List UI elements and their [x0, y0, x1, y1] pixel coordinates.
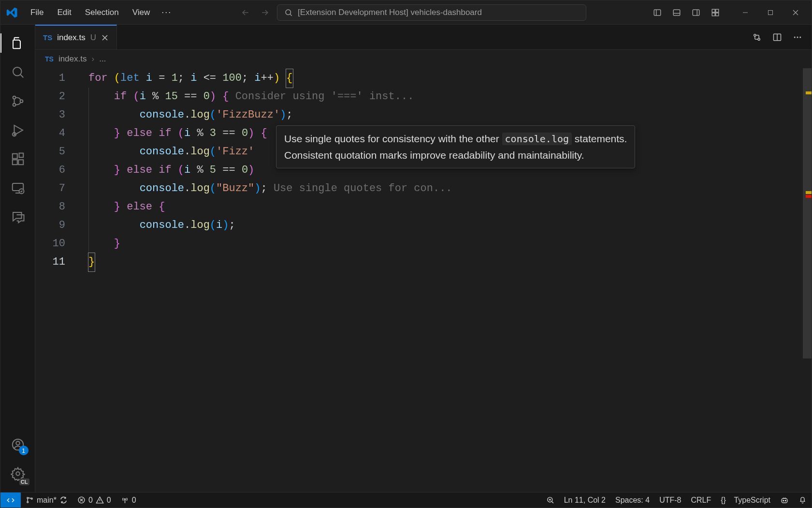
nav-back-button[interactable] [238, 5, 253, 20]
status-zoom[interactable] [541, 493, 559, 508]
line-number: 8 [35, 198, 79, 216]
menu-view[interactable]: View [127, 5, 156, 20]
line-number: 6 [35, 161, 79, 179]
svg-point-23 [754, 34, 756, 36]
error-icon [77, 496, 86, 504]
status-eol[interactable]: CRLF [686, 493, 716, 508]
activity-comments[interactable] [0, 203, 35, 232]
tab-index-ts[interactable]: TS index.ts U [35, 25, 117, 49]
hover-text: statements. [572, 133, 627, 144]
status-remote-button[interactable] [0, 493, 21, 508]
layout-panel-icon[interactable] [668, 4, 685, 21]
sync-icon [59, 496, 68, 504]
svg-point-10 [13, 96, 15, 99]
breadcrumb-separator-icon: › [91, 54, 94, 64]
status-indentation[interactable]: Spaces: 4 [610, 493, 654, 508]
svg-point-12 [20, 100, 23, 103]
zoom-icon [546, 496, 554, 504]
search-icon [284, 8, 293, 17]
line-number: 3 [35, 106, 79, 124]
window-close-button[interactable] [784, 4, 807, 21]
svg-point-31 [31, 498, 32, 499]
status-language-mode[interactable]: {} TypeScript [716, 493, 775, 508]
editor-more-icon[interactable] [789, 29, 806, 45]
status-warnings-count: 0 [107, 496, 111, 505]
editor-hover-tooltip: Use single quotes for consistency with t… [276, 125, 635, 168]
code-line[interactable]: } else { [88, 198, 812, 216]
status-ports[interactable]: 0 [116, 493, 141, 508]
nav-forward-button[interactable] [258, 5, 272, 20]
window-maximize-button[interactable] [759, 4, 782, 21]
svg-point-9 [13, 67, 22, 76]
svg-point-30 [27, 501, 29, 503]
status-problems[interactable]: 0 0 [72, 493, 116, 508]
hover-text: Consistent quotation marks improve reada… [284, 147, 627, 164]
tab-close-icon[interactable] [101, 34, 109, 42]
svg-rect-8 [768, 10, 773, 15]
editor-viewport[interactable]: 1 for (let i = 1; i <= 100; i++) { 2 if … [35, 68, 812, 492]
activity-remote-explorer[interactable] [0, 174, 35, 203]
svg-rect-7 [716, 13, 719, 15]
customize-layout-icon[interactable] [707, 4, 724, 21]
status-errors-count: 0 [88, 496, 93, 505]
svg-rect-15 [12, 160, 17, 164]
overview-marker-warning [806, 91, 812, 94]
layout-primary-sidebar-icon[interactable] [649, 4, 666, 21]
svg-point-27 [797, 36, 798, 38]
line-number: 1 [35, 69, 79, 88]
window-minimize-button[interactable] [734, 4, 756, 21]
radio-tower-icon [121, 496, 129, 504]
svg-point-36 [783, 500, 784, 501]
menu-file[interactable]: File [25, 5, 49, 20]
activity-settings[interactable]: CL [0, 459, 35, 488]
svg-point-29 [27, 497, 29, 499]
activity-accounts[interactable]: 1 [0, 430, 35, 459]
status-cursor-position[interactable]: Ln 11, Col 2 [559, 493, 610, 508]
line-number: 2 [35, 88, 79, 106]
layout-secondary-sidebar-icon[interactable] [688, 4, 704, 21]
status-copilot[interactable] [775, 493, 794, 508]
activity-source-control[interactable] [0, 87, 35, 116]
hover-code: console.log [502, 133, 572, 145]
copilot-icon [780, 496, 789, 505]
editor-compare-changes-icon[interactable] [749, 29, 765, 45]
menu-edit[interactable]: Edit [51, 5, 77, 20]
vscode-logo-icon [5, 6, 19, 19]
svg-point-11 [13, 104, 15, 106]
accounts-badge: 1 [19, 446, 29, 455]
menu-selection[interactable]: Selection [79, 5, 125, 20]
status-ports-count: 0 [132, 496, 136, 505]
svg-point-33 [124, 499, 126, 500]
svg-point-21 [16, 441, 20, 445]
overview-marker-error [806, 195, 812, 198]
code-line[interactable]: } [88, 253, 812, 271]
activity-run-debug[interactable] [0, 116, 35, 145]
activity-explorer[interactable] [0, 29, 35, 58]
breadcrumb[interactable]: TS index.ts › ... [35, 50, 812, 68]
status-notifications[interactable] [794, 493, 812, 508]
tab-dirty-indicator: U [90, 33, 96, 43]
activity-extensions[interactable] [0, 145, 35, 174]
code-line[interactable]: if (i % 15 == 0) { Consider using '===' … [88, 88, 812, 106]
editor-scrollbar[interactable] [803, 68, 812, 492]
code-line[interactable]: console.log("Buzz"); Use single quotes f… [88, 179, 812, 198]
status-branch-label: main* [37, 496, 57, 505]
code-line[interactable]: for (let i = 1; i <= 100; i++) { [88, 69, 812, 88]
settings-badge: CL [19, 478, 29, 485]
code-line[interactable]: console.log(i); [88, 216, 812, 235]
breadcrumb-file: index.ts [58, 54, 87, 64]
status-encoding[interactable]: UTF-8 [654, 493, 686, 508]
svg-rect-17 [19, 153, 23, 158]
code-line[interactable]: } [88, 235, 812, 253]
line-number: 4 [35, 124, 79, 143]
command-center-search[interactable]: [Extension Development Host] vehicles-da… [277, 4, 586, 21]
menu-overflow[interactable]: ··· [158, 4, 175, 20]
warning-icon [96, 496, 104, 504]
activity-search[interactable] [0, 58, 35, 87]
breadcrumb-trail: ... [99, 54, 106, 64]
status-branch[interactable]: main* [21, 493, 72, 508]
code-line[interactable]: console.log('FizzBuzz'); [88, 106, 812, 124]
command-center-label: [Extension Development Host] vehicles-da… [298, 8, 482, 17]
editor-split-icon[interactable] [769, 29, 785, 45]
svg-point-28 [799, 36, 801, 38]
